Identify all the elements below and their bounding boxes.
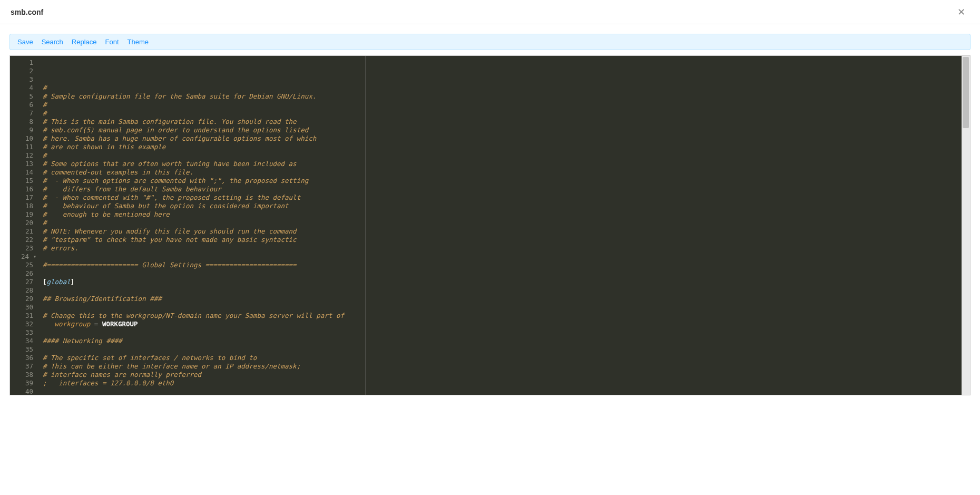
code-line[interactable]: # [43,101,970,109]
line-number: 23 [10,244,35,253]
line-number: 26 [10,269,35,278]
code-line[interactable]: # behaviour of Samba but the option is c… [43,202,970,210]
close-icon[interactable]: ✕ [953,5,969,19]
code-line[interactable]: ## Browsing/Identification ### [43,295,970,303]
code-line[interactable]: ; interfaces = 127.0.0.0/8 eth0 [43,379,970,387]
line-number: 37 [10,362,35,371]
search-button[interactable]: Search [42,38,63,46]
code-line[interactable]: # here. Samba has a huge number of confi… [43,134,970,143]
code-line[interactable] [43,269,970,278]
code-line[interactable]: # - When commented with "#", the propose… [43,193,970,202]
line-number: 35 [10,345,35,354]
editor-toolbar: Save Search Replace Font Theme [9,34,971,50]
code-line[interactable]: # This can be either the interface name … [43,362,970,371]
window-header: smb.conf ✕ [0,0,980,24]
line-number: 2 [10,67,35,75]
code-line[interactable]: # [43,109,970,118]
line-number: 14 [10,168,35,177]
line-number: 40 [10,387,35,395]
scrollbar-thumb[interactable] [963,57,969,128]
line-number: 11 [10,143,35,151]
content-area: Save Search Replace Font Theme 123456789… [0,24,980,405]
line-number: 5 [10,92,35,101]
code-line[interactable]: # This is the main Samba configuration f… [43,118,970,126]
code-content[interactable]: ## Sample configuration file for the Sam… [40,56,970,395]
code-editor[interactable]: 123456789101112131415161718192021222324▾… [9,55,971,395]
code-line[interactable]: # Sample configuration file for the Samb… [43,92,970,101]
line-number: 22 [10,236,35,244]
line-number: 4 [10,84,35,92]
code-line[interactable]: # enough to be mentioned here [43,210,970,219]
line-number: 19 [10,210,35,219]
code-line[interactable] [43,253,970,261]
line-number: 34 [10,337,35,345]
code-line[interactable] [43,328,970,337]
line-number: 18 [10,202,35,210]
line-number: 32 [10,320,35,328]
code-line[interactable]: # [43,84,970,92]
line-number-gutter: 123456789101112131415161718192021222324▾… [10,56,40,395]
code-line[interactable] [43,345,970,354]
code-line[interactable]: # are not shown in this example [43,143,970,151]
code-line[interactable]: # NOTE: Whenever you modify this file yo… [43,227,970,236]
line-number: 6 [10,101,35,109]
line-number: 10 [10,134,35,143]
line-number: 15 [10,177,35,185]
theme-button[interactable]: Theme [128,38,149,46]
code-line[interactable]: # Some options that are often worth tuni… [43,160,970,168]
window-title: smb.conf [11,8,43,16]
code-line[interactable]: # [43,151,970,160]
code-line[interactable] [43,303,970,312]
line-number: 1 [10,59,35,67]
line-number: 21 [10,227,35,236]
line-number: 36 [10,354,35,362]
line-number: 20 [10,219,35,227]
line-number: 12 [10,151,35,160]
fold-arrow-icon[interactable]: ▾ [33,253,36,261]
save-button[interactable]: Save [17,38,33,46]
line-number: 24▾ [10,253,35,261]
code-line[interactable]: # differs from the default Samba behavio… [43,185,970,193]
line-number: 29 [10,295,35,303]
line-number: 7 [10,109,35,118]
line-number: 39 [10,379,35,387]
code-line[interactable]: # - When such options are commented with… [43,177,970,185]
code-line[interactable] [43,286,970,295]
code-line[interactable] [43,387,970,395]
font-button[interactable]: Font [105,38,119,46]
line-number: 3 [10,75,35,84]
line-number: 13 [10,160,35,168]
code-line[interactable]: [global] [43,278,970,286]
code-line[interactable]: # "testparm" to check that you have not … [43,236,970,244]
line-number: 16 [10,185,35,193]
line-number: 25 [10,261,35,269]
code-line[interactable]: # errors. [43,244,970,253]
code-line[interactable]: # smb.conf(5) manual page in order to un… [43,126,970,134]
line-number: 31 [10,312,35,320]
line-number: 9 [10,126,35,134]
code-line[interactable]: # Change this to the workgroup/NT-domain… [43,312,970,320]
code-line[interactable]: workgroup = WORKGROUP [43,320,970,328]
line-number: 28 [10,286,35,295]
vertical-scrollbar[interactable]: ▲ ▼ [962,56,970,395]
line-number: 30 [10,303,35,312]
line-number: 33 [10,328,35,337]
code-line[interactable]: #======================= Global Settings… [43,261,970,269]
line-number: 17 [10,193,35,202]
line-number: 38 [10,371,35,379]
code-line[interactable]: #### Networking #### [43,337,970,345]
replace-button[interactable]: Replace [72,38,97,46]
code-line[interactable]: # The specific set of interfaces / netwo… [43,354,970,362]
line-number: 27 [10,278,35,286]
code-line[interactable]: # commented-out examples in this file. [43,168,970,177]
code-line[interactable]: # interface names are normally preferred [43,371,970,379]
code-line[interactable]: # [43,219,970,227]
line-number: 8 [10,118,35,126]
